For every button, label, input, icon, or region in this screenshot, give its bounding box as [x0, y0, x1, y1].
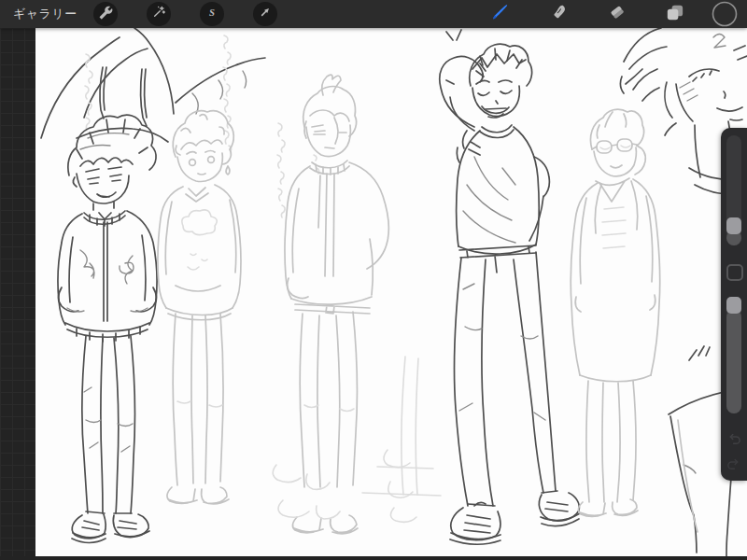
procreate-window: ギャラリー S [0, 0, 747, 560]
s-curve-icon: S [204, 5, 219, 23]
layers-button[interactable] [663, 3, 685, 25]
opacity-fill [726, 310, 741, 413]
undo-arrow-icon [726, 430, 742, 451]
sketch-boy-glasses [571, 109, 660, 516]
brush-sidebar [721, 128, 747, 481]
layers-icon [664, 2, 685, 27]
modify-button[interactable] [726, 264, 743, 281]
top-toolbar: ギャラリー S [0, 0, 747, 28]
wrench-icon [99, 6, 113, 23]
adjustments-button[interactable] [147, 2, 171, 26]
color-button[interactable] [712, 1, 738, 31]
erase-tool-button[interactable] [606, 3, 628, 25]
brush-size-slider[interactable] [726, 135, 741, 245]
drawing-canvas[interactable] [35, 28, 747, 558]
opacity-handle[interactable] [726, 297, 741, 314]
selection-button[interactable]: S [200, 2, 224, 26]
sketch-boy-sukajan [58, 115, 157, 542]
sketch-artwork [35, 28, 747, 556]
transform-button[interactable] [253, 2, 277, 26]
actions-button[interactable] [93, 2, 118, 26]
redo-arrow-icon [726, 455, 742, 476]
paint-tool-button[interactable] [489, 3, 512, 25]
opacity-slider[interactable] [726, 297, 741, 413]
arrow-cursor-icon [258, 5, 273, 23]
sketch-boy-grinning [440, 44, 580, 544]
pasteboard-left-strip [0, 28, 35, 560]
gallery-button[interactable]: ギャラリー [13, 0, 78, 28]
pasteboard-bottom-strip [0, 556, 747, 560]
redo-button[interactable] [725, 456, 743, 475]
undo-button[interactable] [725, 431, 743, 450]
brush-icon [489, 1, 512, 27]
eraser-icon [607, 2, 627, 26]
smudge-tool-button[interactable] [549, 3, 571, 25]
magic-wand-icon [151, 5, 166, 23]
sketch-boy-ahoge [285, 75, 388, 534]
sketch-hoodie-partial [41, 28, 265, 149]
svg-text:S: S [209, 7, 215, 18]
sketch-boy-sweater [158, 111, 241, 504]
brush-size-handle[interactable] [726, 217, 741, 234]
smudge-finger-icon [550, 2, 571, 26]
color-circle-icon [712, 14, 738, 30]
